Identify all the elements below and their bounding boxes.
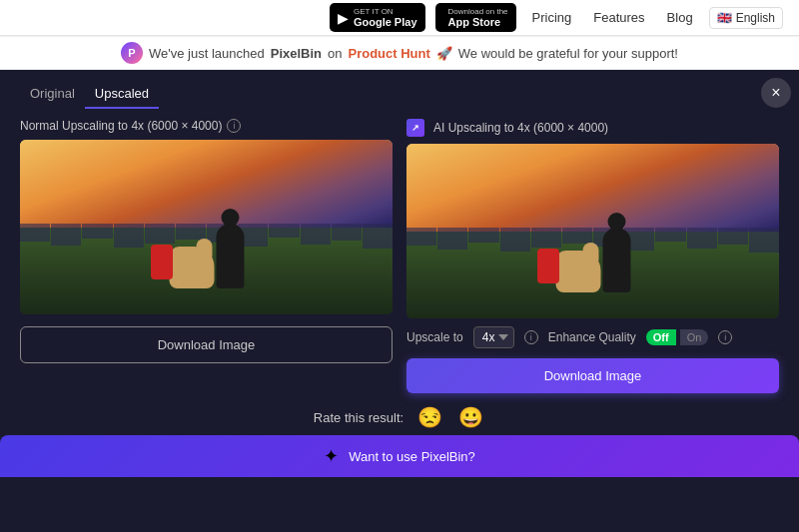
thumbs-down-button[interactable]: 😒 xyxy=(415,403,444,431)
google-play-sub: GET IT ON xyxy=(354,7,417,16)
left-image xyxy=(20,140,393,314)
enhance-toggle[interactable]: Off On xyxy=(646,329,709,345)
thumbs-up-button[interactable]: 😀 xyxy=(456,403,485,431)
rate-label: Rate this result: xyxy=(314,410,403,425)
red-accent-right xyxy=(537,249,559,283)
upscale-select[interactable]: 4x 2x 8x xyxy=(473,326,514,348)
close-button[interactable]: × xyxy=(761,78,791,108)
rate-section: Rate this result: 😒 😀 xyxy=(20,403,779,431)
enhance-info-icon[interactable]: i xyxy=(718,330,732,344)
dog-right xyxy=(555,251,600,292)
app-store-sub: Download on the xyxy=(448,7,508,16)
banner-icon: ✦ xyxy=(324,445,339,467)
language-label: English xyxy=(736,11,775,25)
red-accent-left xyxy=(151,245,173,279)
controls-row: Upscale to 4x 2x 8x i Enhance Quality Of… xyxy=(406,326,779,348)
person-right xyxy=(602,228,630,292)
silhouette-left xyxy=(169,224,244,288)
announcement-connector: on xyxy=(328,46,342,61)
dog-left xyxy=(169,247,214,288)
google-play-icon: ▶ xyxy=(338,10,349,26)
blog-link[interactable]: Blog xyxy=(661,6,699,29)
left-panel: Normal Upscaling to 4x (6000 × 4000) i xyxy=(20,119,393,363)
flag-icon: 🇬🇧 xyxy=(717,11,732,25)
language-button[interactable]: 🇬🇧 English xyxy=(709,7,783,29)
rocket-emoji: 🚀 xyxy=(436,46,452,61)
left-info-icon[interactable]: i xyxy=(227,119,241,133)
left-panel-title: Normal Upscaling to 4x (6000 × 4000) i xyxy=(20,119,393,133)
comparison-grid: Normal Upscaling to 4x (6000 × 4000) i xyxy=(20,119,779,393)
right-panel: ↗ AI Upscaling to 4x (6000 × 4000) xyxy=(406,119,779,393)
right-panel-title: ↗ AI Upscaling to 4x (6000 × 4000) xyxy=(406,119,779,137)
features-link[interactable]: Features xyxy=(587,6,650,29)
tab-original[interactable]: Original xyxy=(20,82,85,109)
announcement-bar: P We've just launched PixelBin on Produc… xyxy=(0,36,799,70)
left-download-button[interactable]: Download Image xyxy=(20,326,393,363)
banner-text: Want to use PixelBin? xyxy=(349,449,475,464)
brand-avatar: P xyxy=(121,42,143,64)
app-store-button[interactable]: Download on the App Store xyxy=(435,3,516,32)
google-play-button[interactable]: ▶ GET IT ON Google Play xyxy=(330,3,425,32)
bottom-banner: ✦ Want to use PixelBin? xyxy=(0,435,799,477)
product-hunt-link[interactable]: Product Hunt xyxy=(348,46,429,61)
app-store-main: App Store xyxy=(448,16,508,28)
right-image xyxy=(406,144,779,318)
announcement-after: We would be grateful for your support! xyxy=(458,46,678,61)
announcement-before: We've just launched xyxy=(149,46,265,61)
left-image-box xyxy=(20,140,393,314)
person-left xyxy=(216,224,244,288)
google-play-main: Google Play xyxy=(354,16,417,28)
top-nav: ▶ GET IT ON Google Play Download on the … xyxy=(0,0,799,36)
main-content: × Original Upscaled Normal Upscaling to … xyxy=(0,70,799,532)
upscale-label: Upscale to xyxy=(406,330,463,344)
right-image-box xyxy=(406,144,779,318)
silhouette-right xyxy=(555,228,630,292)
right-download-button[interactable]: Download Image xyxy=(406,358,779,393)
upscale-info-icon[interactable]: i xyxy=(524,330,538,344)
toggle-on-label: On xyxy=(680,329,709,345)
enhance-label: Enhance Quality xyxy=(548,330,636,344)
pricing-link[interactable]: Pricing xyxy=(526,6,578,29)
toggle-off-label: Off xyxy=(646,329,676,345)
tab-upscaled[interactable]: Upscaled xyxy=(85,82,159,109)
tabs-container: Original Upscaled xyxy=(20,82,779,109)
ai-upscale-icon: ↗ xyxy=(406,119,424,137)
brand-name: PixelBin xyxy=(271,46,322,61)
